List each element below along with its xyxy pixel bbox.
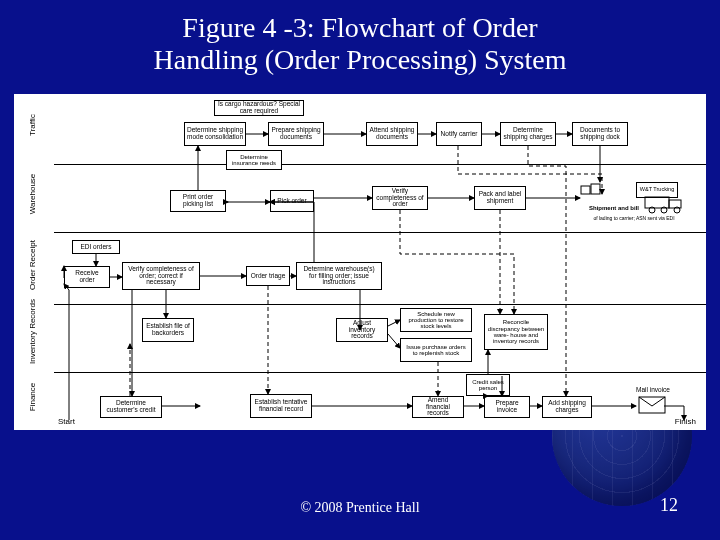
finish-label: Finish [675,417,696,426]
node-pick-order: Pick order [270,190,314,212]
lane-separator [54,304,706,305]
node-prepare-invoice: Prepare invoice [484,396,530,418]
node-order-triage: Order triage [246,266,290,286]
node-amend-records: Amend financial records [412,396,464,418]
lane-separator [54,232,706,233]
lane-label-inventory: Inventory Records [28,304,37,364]
node-hazardous: Is cargo hazardous? Special care require… [214,100,304,116]
svg-rect-5 [581,186,590,194]
node-prepare-docs: Prepare shipping documents [268,122,324,146]
node-customer-credit: Determine customer's credit [100,396,162,418]
node-print-picklist: Print order picking list [170,190,226,212]
page-title: Figure 4 -3: Flowchart of Order Handling… [0,0,720,84]
node-shipping-charges: Determine shipping charges [500,122,556,146]
lane-label-finance: Finance [28,372,37,422]
node-schedule-production: Schedule new production to restore stock… [400,308,472,332]
node-backorders: Establish file of backorders [142,318,194,342]
node-issue-po: Issue purchase orders to replenish stock [400,338,472,362]
node-add-shipping: Add shipping charges [542,396,592,418]
svg-rect-0 [645,197,669,208]
svg-rect-6 [591,184,600,194]
start-label: Start [58,417,75,426]
node-determine-warehouse: Determine warehouse(s) for filling order… [296,262,382,290]
node-insurance: Determine insurance needs [226,150,282,170]
node-receive-order: Receive order [64,266,110,288]
node-edi-orders: EDI orders [72,240,120,254]
node-tentative-record: Establish tentative financial record [250,394,312,418]
node-adjust-inventory: Adjust inventory records [336,318,388,342]
node-attend-docs: Attend shipping documents [366,122,418,146]
node-reconcile: Reconcile discrepancy between ware- hous… [484,314,548,350]
packages-icon [580,182,602,200]
node-shipping-mode: Determine shipping mode consolidation [184,122,246,146]
envelope-icon [638,396,666,414]
footer-copyright: © 2008 Prentice Hall [0,500,720,516]
page-number: 12 [660,495,678,516]
node-docs-to-dock: Documents to shipping dock [572,122,628,146]
presentation-slide: Figure 4 -3: Flowchart of Order Handling… [0,0,720,540]
node-credit-salesperson: Credit sales person [466,374,510,396]
flowchart-diagram: Traffic Warehouse Order Receipt Inventor… [14,94,706,430]
lane-label-traffic: Traffic [28,100,37,150]
node-pack-label: Pack and label shipment [474,186,526,210]
node-mail-invoice: Mail invoice [628,384,678,396]
node-shipment-bill: Shipment and bill [584,202,644,214]
node-notify-carrier: Notify carrier [436,122,482,146]
node-bol-asn: of lading to carrier; ASN sent via EDI [569,214,699,224]
svg-line-23 [388,334,400,348]
title-line-2: Handling (Order Processing) System [154,44,567,75]
svg-line-22 [388,320,400,326]
lane-label-warehouse: Warehouse [28,164,37,224]
lane-label-order-receipt: Order Receipt [28,236,37,294]
node-verify-completeness: Verify completeness of order; correct if… [122,262,200,290]
node-verify-order-wh: Verify completeness of order [372,186,428,210]
lane-separator [54,372,706,373]
svg-rect-1 [669,200,681,208]
truck-icon [644,194,692,214]
title-line-1: Figure 4 -3: Flowchart of Order [182,12,537,43]
lane-separator [54,164,706,165]
